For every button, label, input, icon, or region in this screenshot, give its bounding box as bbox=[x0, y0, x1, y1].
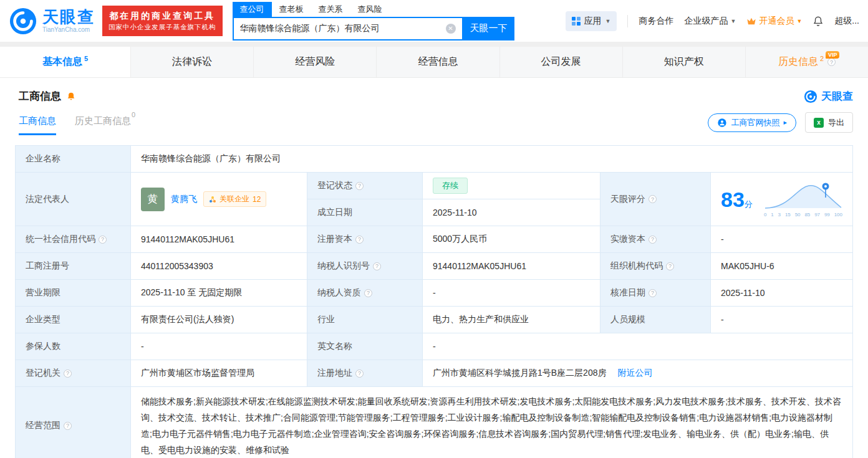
field-label-company-name: 企业名称 bbox=[16, 146, 131, 173]
slogan-banner: 都在用的商业查询工具 国家中小企业发展子基金旗下机构 bbox=[102, 6, 223, 36]
table-row: 企业类型 有限责任公司(法人独资) 行业 电力、热力生产和供应业 人员规模 - bbox=[16, 307, 853, 333]
legal-rep-name-link[interactable]: 黄腾飞 bbox=[171, 194, 197, 205]
tab-company-development[interactable]: 公司发展 bbox=[499, 47, 622, 77]
bell-icon[interactable] bbox=[813, 16, 824, 27]
nearby-companies-link[interactable]: 附近公司 bbox=[617, 368, 652, 378]
subscribe-bell-icon[interactable] bbox=[66, 92, 76, 102]
help-icon[interactable]: ? bbox=[649, 236, 657, 244]
field-label-company-type: 企业类型 bbox=[16, 307, 131, 333]
help-icon[interactable]: ? bbox=[355, 236, 364, 244]
field-label-industry: 行业 bbox=[307, 307, 423, 333]
field-value-insured-count: - bbox=[131, 333, 307, 360]
chevron-down-icon: ▼ bbox=[796, 18, 802, 24]
tab-legal-proceedings[interactable]: 法律诉讼 bbox=[130, 47, 253, 77]
table-row: 经营范围? 储能技术服务;新兴能源技术研发;在线能源监测技术研发;能量回收系统研… bbox=[16, 387, 853, 458]
tab-badge: 5 bbox=[84, 55, 88, 62]
field-value-company-name: 华南赣锋综合能源（广东）有限公司 bbox=[131, 146, 853, 173]
tab-business-risk[interactable]: 经营风险 bbox=[253, 47, 376, 77]
field-value-company-type: 有限责任公司(法人独资) bbox=[131, 307, 307, 333]
related-companies-tag[interactable]: 关联企业 12 bbox=[203, 191, 266, 207]
chevron-down-icon: ▼ bbox=[605, 18, 611, 24]
menu-open-vip[interactable]: 开通会员 ▼ bbox=[746, 16, 802, 27]
tianyancha-logo-icon bbox=[804, 90, 817, 103]
clear-icon[interactable]: ✕ bbox=[446, 24, 456, 34]
field-label-taxpayer-quality: 纳税人资质? bbox=[307, 280, 423, 307]
score-value: 83 bbox=[721, 188, 745, 211]
divider bbox=[627, 15, 628, 27]
help-icon[interactable]: ? bbox=[666, 262, 674, 270]
field-label-english-name: 英文名称 bbox=[307, 333, 423, 360]
logo-subtitle: TianYanCha.com bbox=[42, 26, 95, 33]
menu-business-coop[interactable]: 商务合作 bbox=[639, 16, 673, 27]
field-label-reg-authority: 登记机关? bbox=[16, 360, 131, 387]
field-value-reg-authority: 广州市黄埔区市场监督管理局 bbox=[131, 360, 307, 387]
tab-business-info[interactable]: 经营信息 bbox=[376, 47, 499, 77]
tab-intellectual-property[interactable]: 知识产权 bbox=[622, 47, 745, 77]
apps-label: 应用 bbox=[584, 16, 602, 27]
related-graph-icon bbox=[209, 196, 216, 203]
help-icon[interactable]: ? bbox=[373, 262, 381, 270]
table-row: 法定代表人 黄 黄腾飞 关联企业 bbox=[16, 173, 853, 199]
tianyancha-logo-icon bbox=[9, 7, 37, 36]
vip-badge: VIP bbox=[826, 51, 840, 59]
tianyancha-logo[interactable]: 天眼查 TianYanCha.com bbox=[9, 7, 95, 36]
arrow-right-icon: ▸ bbox=[783, 118, 787, 126]
field-value-approval-date: 2025-11-10 bbox=[711, 280, 853, 307]
field-value-reg-capital: 5000万人民币 bbox=[423, 226, 600, 253]
help-icon[interactable]: ? bbox=[99, 236, 107, 244]
field-label-establish-date: 成立日期 bbox=[307, 199, 423, 226]
help-icon[interactable]: ? bbox=[649, 289, 657, 297]
search-input[interactable] bbox=[234, 24, 446, 34]
score-distribution-chart: 0131550859799100 bbox=[764, 181, 842, 217]
export-button[interactable]: x 导出 bbox=[805, 112, 853, 133]
person-badge-icon bbox=[717, 118, 727, 128]
subtab-history-business-info[interactable]: 历史工商信息0 bbox=[75, 114, 135, 135]
status-badge: 存续 bbox=[433, 178, 468, 194]
menu-super[interactable]: 超级... bbox=[834, 16, 859, 27]
field-value-taxpayer-quality: - bbox=[423, 280, 600, 307]
help-icon[interactable]: ? bbox=[64, 422, 72, 430]
tab-basic-info[interactable]: 基本信息5 bbox=[0, 47, 130, 77]
field-value-paid-capital: - bbox=[711, 226, 853, 253]
field-label-staff-size: 人员规模 bbox=[600, 307, 711, 333]
apps-grid-icon bbox=[572, 17, 581, 26]
excel-icon: x bbox=[814, 118, 824, 128]
header-separator bbox=[0, 42, 868, 47]
slogan-line2: 国家中小企业发展子基金旗下机构 bbox=[109, 22, 216, 32]
apps-menu[interactable]: 应用 ▼ bbox=[566, 11, 617, 31]
field-label-reg-address: 注册地址? bbox=[307, 360, 423, 387]
search-tab-relation[interactable]: 查关系 bbox=[311, 2, 350, 17]
field-label-approval-date: 核准日期? bbox=[600, 280, 711, 307]
subtab-business-info[interactable]: 工商信息 bbox=[19, 115, 56, 135]
field-label-business-term: 营业期限 bbox=[16, 280, 131, 307]
help-icon[interactable]: ? bbox=[827, 58, 836, 66]
tab-badge: 2 bbox=[820, 55, 824, 62]
field-label-reg-capital: 注册资本? bbox=[307, 226, 423, 253]
slogan-line1: 都在用的商业查询工具 bbox=[109, 9, 216, 22]
search-tab-risk[interactable]: 查风险 bbox=[350, 2, 390, 17]
field-value-business-term: 2025-11-10 至 无固定期限 bbox=[131, 280, 307, 307]
legal-rep-avatar[interactable]: 黄 bbox=[141, 188, 165, 211]
official-snapshot-button[interactable]: 工商官网快照 ▸ bbox=[708, 113, 796, 132]
field-label-paid-capital: 实缴资本? bbox=[600, 226, 711, 253]
field-label-credit-code: 统一社会信用代码? bbox=[16, 226, 131, 253]
help-icon[interactable]: ? bbox=[355, 370, 364, 378]
field-label-score: 天眼评分? bbox=[600, 173, 711, 226]
main-content: 工商信息 天眼查 工商信息 历史工商信息0 bbox=[0, 78, 868, 458]
tianyancha-watermark: 天眼查 bbox=[804, 89, 853, 103]
help-icon[interactable]: ? bbox=[364, 289, 372, 297]
search-tab-boss[interactable]: 查老板 bbox=[272, 2, 311, 17]
field-value-business-scope: 储能技术服务;新兴能源技术研发;在线能源监测技术研发;能量回收系统研发;资源再生… bbox=[131, 387, 853, 458]
field-value-industry: 电力、热力生产和供应业 bbox=[423, 307, 600, 333]
help-icon[interactable]: ? bbox=[64, 370, 72, 378]
score-unit: 分 bbox=[745, 199, 753, 209]
help-icon[interactable]: ? bbox=[649, 195, 657, 203]
score-axis-ticks: 0131550859799100 bbox=[764, 212, 842, 217]
tab-history-info[interactable]: VIP 历史信息2 ? bbox=[745, 47, 868, 77]
table-row: 企业名称 华南赣锋综合能源（广东）有限公司 bbox=[16, 146, 853, 173]
search-button[interactable]: 天眼一下 bbox=[463, 17, 514, 41]
help-icon[interactable]: ? bbox=[355, 182, 364, 190]
search-tab-company[interactable]: 查公司 bbox=[233, 2, 272, 17]
top-header: 天眼查 TianYanCha.com 都在用的商业查询工具 国家中小企业发展子基… bbox=[0, 0, 868, 42]
menu-enterprise-product[interactable]: 企业级产品 ▼ bbox=[684, 16, 736, 27]
